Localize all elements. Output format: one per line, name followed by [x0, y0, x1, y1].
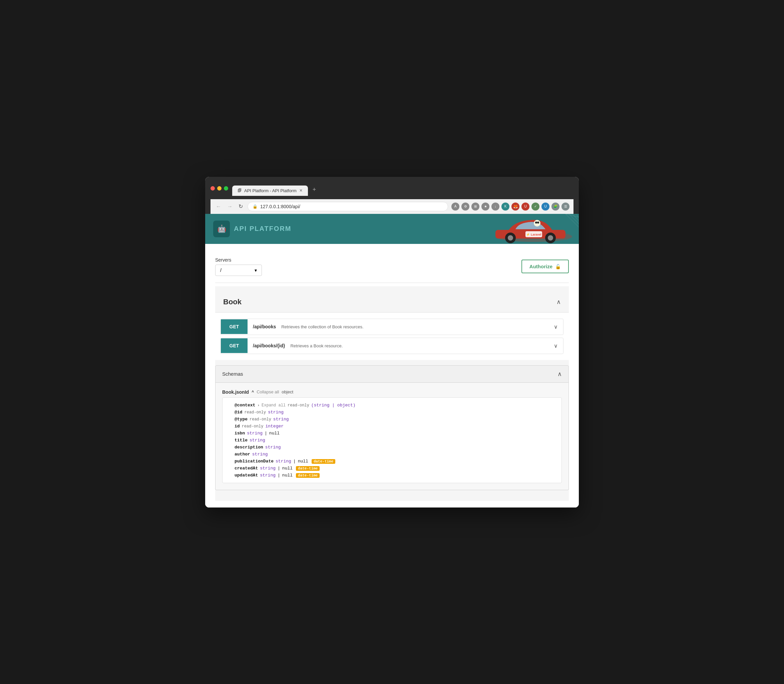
field-type-at-type: string: [273, 417, 289, 422]
endpoints-wrapper: GET /api/books Retrieves the collection …: [215, 313, 569, 360]
ublock-icon[interactable]: U: [542, 203, 550, 211]
schema-field-author: author string: [228, 451, 556, 458]
field-null-pub-date: null: [298, 459, 308, 464]
authorize-button[interactable]: Authorize 🔓: [521, 260, 569, 273]
context-expand-arrow: ›: [257, 403, 260, 407]
book-section-title: Book: [223, 298, 242, 306]
profile-u-icon[interactable]: U: [521, 203, 529, 211]
schemas-title: Schemas: [222, 371, 243, 377]
field-type-pub-date-string: string: [276, 459, 291, 464]
datetime-badge-pub-date: date-time: [311, 459, 335, 464]
schema-field-isbn: isbn string | null: [228, 430, 556, 437]
minimize-button[interactable]: [217, 186, 221, 190]
schemas-section-header[interactable]: Schemas ∧: [215, 365, 569, 383]
schema-type: object: [282, 389, 293, 394]
field-null-updated-at: null: [282, 473, 293, 478]
book-section-chevron-icon: ∧: [557, 298, 561, 306]
schema-field-type-at: @type read-only string: [228, 416, 556, 423]
schema-field-id: id read-only integer: [228, 423, 556, 430]
method-label-2: GET: [229, 343, 239, 348]
book-section-header[interactable]: Book ∧: [215, 292, 569, 313]
nav-bar: ← → ↻ 🔒 127.0.0.1:8000/api/ A ⚙ ⊞ ★ ↓ K …: [211, 199, 573, 214]
browser-controls: 🗐 API Platform - API Platform ✕ +: [211, 181, 573, 196]
field-name-author: author: [234, 452, 250, 457]
extensions-icon[interactable]: 🧩: [552, 203, 560, 211]
book-section-wrapper: Book ∧ GET /api/books Retrieves the coll…: [215, 286, 569, 501]
svg-line-0: [566, 214, 579, 227]
close-button[interactable]: [211, 186, 215, 190]
schema-field-id-at: @id read-only string: [228, 409, 556, 416]
schema-field-context: @context › Expand all read-only (string …: [228, 402, 556, 409]
svg-line-4: [566, 214, 579, 217]
back-button[interactable]: ←: [215, 202, 223, 211]
url-text: 127.0.0.1:8000/api/: [260, 204, 300, 209]
field-name-description: description: [234, 445, 263, 450]
schema-field-publication-date: publicationDate string | null date-time: [228, 458, 556, 465]
extension-icon[interactable]: ⚙: [461, 203, 469, 211]
schema-field-title: title string: [228, 437, 556, 444]
field-sep-isbn: |: [265, 431, 267, 436]
schemas-section: Schemas ∧ Book.jsonId ^ Collapse all obj…: [215, 365, 569, 490]
field-mod-id: read-only: [242, 424, 263, 429]
schema-field-description: description string: [228, 444, 556, 451]
endpoint-row-1[interactable]: GET /api/books Retrieves the collection …: [221, 319, 563, 335]
field-mod-at-type: read-only: [250, 417, 271, 422]
svg-point-9: [535, 221, 537, 224]
datetime-badge-created-at: date-time: [296, 466, 319, 471]
servers-select[interactable]: / ▾: [215, 265, 262, 276]
shield-icon[interactable]: ✓: [531, 203, 539, 211]
servers-label: Servers: [215, 257, 262, 263]
method-badge-get-1: GET: [221, 319, 248, 334]
datetime-badge-updated-at: date-time: [296, 473, 319, 478]
field-name-at-id: @id: [234, 410, 242, 415]
bookmark-icon[interactable]: ★: [481, 203, 489, 211]
svg-point-12: [508, 235, 513, 240]
maximize-button[interactable]: [224, 186, 228, 190]
method-badge-get-2: GET: [221, 338, 248, 353]
menu-icon[interactable]: ☰: [561, 203, 569, 211]
field-sep-pub-date: |: [293, 459, 296, 464]
active-tab[interactable]: 🗐 API Platform - API Platform ✕: [232, 186, 308, 196]
forward-button[interactable]: →: [226, 202, 234, 211]
schemas-body: Book.jsonId ^ Collapse all object @conte…: [215, 383, 569, 490]
apps-icon[interactable]: ⊞: [471, 203, 479, 211]
api-header: 🤖 API PLATFORM: [205, 214, 579, 244]
method-label-1: GET: [229, 324, 239, 329]
endpoint-desc-1: Retrieves the collection of Book resourc…: [281, 319, 548, 334]
field-type-context: (string | object): [311, 403, 356, 408]
profile-k-icon[interactable]: K: [502, 203, 510, 211]
endpoint-desc-2: Retrieves a Book resource.: [290, 339, 548, 353]
page-content: 🤖 API PLATFORM: [205, 214, 579, 508]
endpoint-path-1: /api/books: [248, 319, 281, 334]
lock-icon: 🔒: [253, 204, 258, 209]
tab-close-icon[interactable]: ✕: [299, 188, 303, 193]
collapse-all-link[interactable]: Collapse all: [256, 389, 279, 394]
servers-chevron-icon: ▾: [255, 268, 257, 273]
field-name-created-at: createdAt: [234, 466, 258, 471]
browser-chrome: 🗐 API Platform - API Platform ✕ + ← → ↻ …: [205, 177, 579, 214]
api-logo: 🤖 API PLATFORM: [213, 221, 292, 237]
endpoint-chevron-icon-1: ∨: [548, 319, 563, 335]
endpoint-row-2[interactable]: GET /api/books/{id} Retrieves a Book res…: [221, 338, 563, 354]
url-bar[interactable]: 🔒 127.0.0.1:8000/api/: [248, 202, 448, 211]
translate-icon[interactable]: A: [452, 203, 460, 211]
field-name-title: title: [234, 438, 248, 443]
expand-all-link[interactable]: Expand all: [261, 403, 286, 408]
header-illustration: ⚡ Laravel: [486, 214, 579, 244]
field-type-updated-at-string: string: [260, 473, 276, 478]
refresh-button[interactable]: ↻: [237, 202, 244, 211]
field-null-isbn: null: [269, 431, 279, 436]
field-name-isbn: isbn: [234, 431, 245, 436]
servers-container: Servers / ▾: [215, 257, 262, 276]
svg-point-10: [537, 221, 539, 224]
profile-r-icon[interactable]: 🦊: [511, 203, 519, 211]
field-name-at-type: @type: [234, 417, 248, 422]
endpoint-chevron-icon-2: ∨: [548, 338, 563, 354]
download-icon[interactable]: ↓: [491, 203, 499, 211]
field-null-created-at: null: [282, 466, 293, 471]
svg-point-8: [534, 220, 540, 227]
field-mod-at-id: read-only: [244, 410, 266, 415]
schema-fields: @context › Expand all read-only (string …: [222, 397, 562, 483]
new-tab-button[interactable]: +: [309, 184, 319, 196]
field-name-id: id: [234, 424, 240, 429]
